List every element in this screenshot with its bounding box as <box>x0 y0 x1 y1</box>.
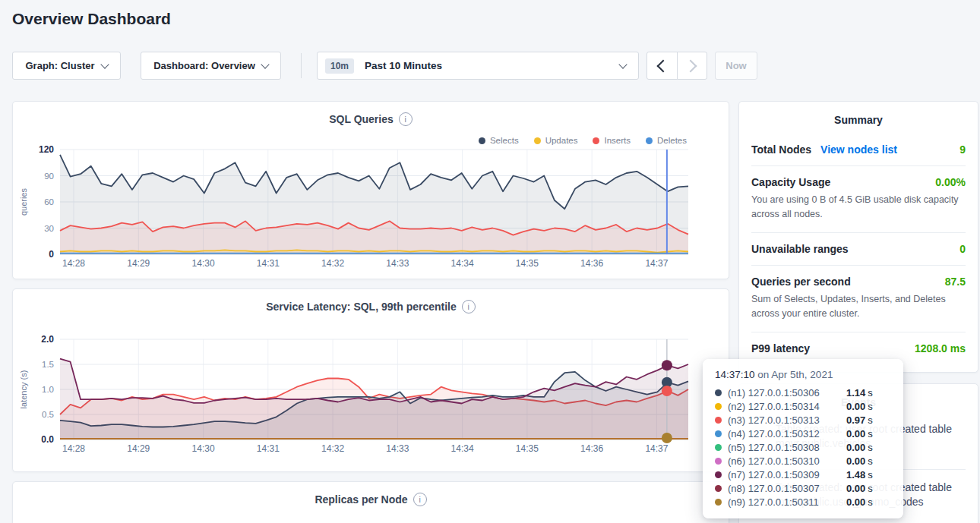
tooltip-node-value: 0.00 <box>846 455 865 467</box>
tooltip-node-unit: s <box>868 401 873 412</box>
capacity-value: 0.00% <box>935 176 966 188</box>
tooltip-node-unit: s <box>868 414 873 426</box>
dashboard-dropdown[interactable]: Dashboard: Overview <box>141 52 281 80</box>
node-color-dot-icon <box>715 444 722 451</box>
tooltip-node-unit: s <box>868 483 873 494</box>
svg-text:0.5: 0.5 <box>42 410 54 419</box>
tooltip-node-label: (n1) 127.0.0.1:50306 <box>728 387 846 399</box>
chevron-right-icon <box>684 59 697 72</box>
node-color-dot-icon <box>715 485 722 492</box>
tooltip-node-value: 0.97 <box>846 414 865 426</box>
unavailable-ranges-value: 0 <box>959 243 966 255</box>
tooltip-node-value: 0.00 <box>846 483 865 494</box>
sql-queries-chart[interactable]: 14:2814:2914:3014:3114:3214:3314:3414:35… <box>13 102 730 280</box>
svg-text:14:31: 14:31 <box>257 258 280 269</box>
tooltip-node-label: (n6) 127.0.0.1:50310 <box>728 455 846 467</box>
svg-text:14:34: 14:34 <box>451 443 474 454</box>
graph-dropdown[interactable]: Graph: Cluster <box>12 52 121 80</box>
tooltip-node-label: (n5) 127.0.0.1:50308 <box>728 442 846 453</box>
tooltip-row: (n2) 127.0.0.1:503140.00s <box>715 399 891 413</box>
time-range-selector[interactable]: 10m Past 10 Minutes <box>317 52 639 80</box>
tooltip-node-value: 0.00 <box>846 442 865 453</box>
legend-dot-icon <box>593 137 599 144</box>
tooltip-node-unit: s <box>868 442 873 453</box>
svg-text:14:34: 14:34 <box>451 258 474 269</box>
node-color-dot-icon <box>715 389 722 396</box>
svg-text:14:33: 14:33 <box>386 258 409 269</box>
svg-text:latency (s): latency (s) <box>19 370 28 409</box>
now-button[interactable]: Now <box>715 52 757 80</box>
svg-text:14:37: 14:37 <box>645 443 668 454</box>
overview-dashboard-page: Overview Dashboard Graph: Cluster Dashbo… <box>0 0 980 523</box>
unavailable-ranges-label: Unavailable ranges <box>751 243 849 255</box>
time-range-label: Past 10 Minutes <box>365 60 442 71</box>
p99-latency-value: 1208.0 ms <box>915 342 966 354</box>
node-color-dot-icon <box>715 458 722 465</box>
svg-text:14:36: 14:36 <box>580 443 603 454</box>
chevron-down-icon <box>100 60 109 68</box>
svg-text:14:30: 14:30 <box>192 258 215 269</box>
chevron-down-icon <box>618 60 627 68</box>
tooltip-node-label: (n3) 127.0.0.1:50313 <box>728 414 846 426</box>
service-latency-card: Service Latency: SQL, 99th percentile i … <box>12 288 729 472</box>
tooltip-node-value: 0.00 <box>846 428 865 440</box>
legend-item: Deletes <box>646 136 687 145</box>
time-range-badge: 10m <box>325 58 354 74</box>
summary-title: Summary <box>739 102 978 126</box>
info-icon[interactable]: i <box>462 300 476 313</box>
legend-dot-icon <box>534 137 541 144</box>
legend-item: Updates <box>534 136 578 145</box>
tooltip-node-unit: s <box>868 455 873 467</box>
time-next-button[interactable] <box>677 52 708 80</box>
time-prev-button[interactable] <box>646 52 678 80</box>
tooltip-row: (n5) 127.0.0.1:503080.00s <box>715 440 891 454</box>
info-icon[interactable]: i <box>413 493 427 506</box>
replicas-card: Replicas per Node i <box>12 481 729 523</box>
svg-text:14:32: 14:32 <box>321 443 344 454</box>
summary-panel: Summary Total Nodes View nodes list 9 Ca… <box>738 101 978 373</box>
page-title: Overview Dashboard <box>12 10 171 28</box>
view-nodes-list-link[interactable]: View nodes list <box>820 143 897 156</box>
svg-text:14:33: 14:33 <box>386 443 409 454</box>
svg-text:1.5: 1.5 <box>42 360 54 369</box>
qps-value: 87.5 <box>945 276 966 288</box>
tooltip-node-value: 0.00 <box>846 401 865 412</box>
service-latency-chart[interactable]: 14:2814:2914:3014:3114:3214:3314:3414:35… <box>13 289 730 473</box>
capacity-description: You are using 0 B of 4.5 GiB usable disk… <box>751 193 966 222</box>
controls-divider <box>301 53 302 78</box>
sql-queries-legend: SelectsUpdatesInsertsDeletes <box>479 136 687 145</box>
tooltip-node-label: (n8) 127.0.0.1:50307 <box>728 483 846 494</box>
info-icon[interactable]: i <box>399 112 413 126</box>
svg-text:90: 90 <box>44 172 54 181</box>
legend-dot-icon <box>646 137 653 144</box>
tooltip-row: (n6) 127.0.0.1:503100.00s <box>715 454 891 468</box>
capacity-label: Capacity Usage <box>751 176 830 188</box>
legend-item: Selects <box>479 136 519 145</box>
node-color-dot-icon <box>715 403 722 410</box>
tooltip-node-value: 1.14 <box>846 387 865 399</box>
graph-dropdown-label: Graph: Cluster <box>25 60 94 71</box>
total-nodes-label: Total Nodes <box>751 143 811 156</box>
time-nav-group <box>646 52 707 80</box>
summary-row-total-nodes: Total Nodes View nodes list 9 <box>751 134 966 165</box>
total-nodes-value: 9 <box>959 143 966 156</box>
svg-text:14:29: 14:29 <box>127 258 150 269</box>
legend-dot-icon <box>479 137 485 144</box>
legend-item: Inserts <box>593 136 631 145</box>
svg-text:60: 60 <box>44 197 54 206</box>
tooltip-node-unit: s <box>868 469 873 480</box>
svg-text:14:37: 14:37 <box>645 258 668 269</box>
svg-text:14:35: 14:35 <box>516 258 539 269</box>
p99-latency-label: P99 latency <box>751 342 810 354</box>
dashboard-dropdown-label: Dashboard: Overview <box>153 60 255 71</box>
svg-text:0.0: 0.0 <box>41 434 54 445</box>
summary-row-qps: Queries per second 87.5 Sum of Selects, … <box>751 265 966 332</box>
tooltip-rows: (n1) 127.0.0.1:503061.14s(n2) 127.0.0.1:… <box>715 386 891 509</box>
svg-text:120: 120 <box>39 144 54 155</box>
node-color-dot-icon <box>715 417 722 424</box>
tooltip-row: (n3) 127.0.0.1:503130.97s <box>715 413 891 427</box>
tooltip-row: (n7) 127.0.0.1:503091.48s <box>715 468 891 482</box>
replicas-title: Replicas per Node i <box>13 493 729 506</box>
node-color-dot-icon <box>715 499 722 506</box>
svg-text:14:35: 14:35 <box>516 443 539 454</box>
